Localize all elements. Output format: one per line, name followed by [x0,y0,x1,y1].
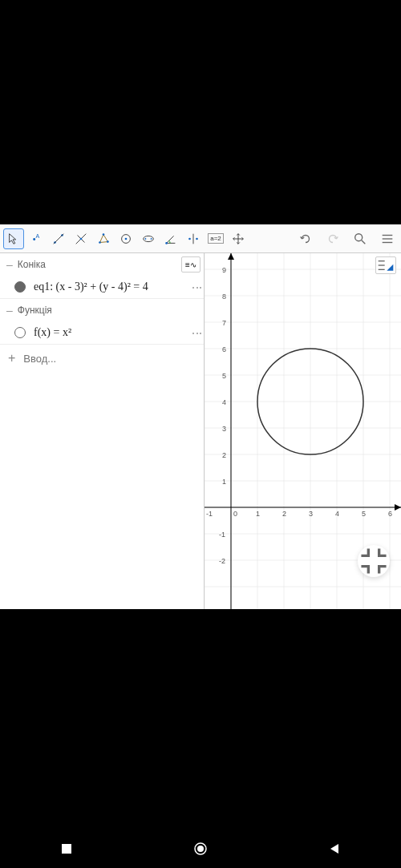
collapse-icon: – [6,258,13,271]
svg-point-9 [107,240,109,243]
algebra-row-eq1[interactable]: eq1: (x - 3)² + (y - 4)² = 4 ⋮ [0,276,204,299]
svg-point-11 [125,237,128,240]
svg-text:9: 9 [222,266,226,274]
svg-text:-2: -2 [219,557,225,565]
svg-text:3: 3 [309,510,313,518]
nav-home[interactable] [191,839,210,858]
svg-text:1: 1 [256,510,260,518]
svg-text:2: 2 [222,451,226,459]
algebra-row-fx[interactable]: f(x) = x² ⋮ [0,321,204,345]
svg-text:-1: -1 [206,510,213,518]
tool-cursor[interactable] [3,228,24,249]
exit-fullscreen-button[interactable] [358,545,390,577]
svg-point-7 [99,241,101,244]
svg-point-5 [80,237,83,240]
nav-back[interactable] [325,839,344,858]
row-menu-eq1[interactable]: ⋮ [196,282,199,293]
algebra-input[interactable] [23,353,196,365]
svg-text:3: 3 [222,425,226,433]
menu-button[interactable] [377,228,398,249]
tool-slider[interactable]: a=2 [205,228,226,249]
toolbar: •A a=2 [0,224,401,253]
svg-point-13 [145,238,147,240]
tool-polygon[interactable] [93,228,114,249]
section-conic-label: Коніка [18,259,46,270]
svg-marker-6 [100,234,108,242]
collapse-icon: – [6,304,13,317]
svg-point-8 [103,233,105,236]
undo-button[interactable] [295,228,316,249]
eq1-expression: eq1: (x - 3)² + (y - 4)² = 4 [34,281,148,293]
svg-text:5: 5 [362,510,366,518]
tool-perpendicular[interactable] [71,228,91,249]
tool-line[interactable] [48,228,69,249]
input-row: + [0,345,204,372]
tool-move-view[interactable] [228,228,249,249]
svg-text:4: 4 [335,510,339,518]
axis-labels: -10123456 987654321-1-2 [206,266,392,565]
visibility-toggle-eq1[interactable] [14,281,26,293]
visibility-toggle-fx[interactable] [14,327,26,338]
section-function[interactable]: – Функція [0,299,204,321]
svg-point-17 [188,237,191,240]
tool-circle-center[interactable] [115,228,136,249]
svg-point-74 [197,846,204,852]
svg-text:1: 1 [222,478,226,486]
svg-text:4: 4 [222,398,226,406]
graphics-style-button[interactable] [375,256,396,274]
svg-text:8: 8 [222,293,226,301]
tool-ellipse[interactable] [138,228,159,249]
svg-text:2: 2 [282,510,286,518]
svg-text:6: 6 [388,510,392,518]
svg-marker-52 [395,504,401,511]
svg-point-18 [196,237,198,240]
app-window: •A a=2 ≡∿ – Коніка eq1: (x - 3)² + (y - … [0,224,401,609]
svg-text:6: 6 [222,345,226,353]
tool-point[interactable]: •A [26,228,47,249]
svg-rect-72 [62,844,71,854]
svg-line-2 [54,233,64,244]
section-conic[interactable]: – Коніка [0,253,204,276]
algebra-sort-button[interactable]: ≡∿ [181,256,200,273]
svg-point-14 [151,238,152,240]
svg-line-20 [362,240,366,244]
graphics-view[interactable]: -10123456 987654321-1-2 [205,253,401,609]
svg-marker-51 [228,253,234,260]
svg-text:5: 5 [222,372,226,380]
search-button[interactable] [350,228,371,249]
redo-button[interactable] [322,228,343,249]
svg-point-19 [355,233,363,240]
tool-angle[interactable] [160,228,181,249]
svg-text:0: 0 [233,510,237,518]
row-menu-fx[interactable]: ⋮ [196,328,199,338]
algebra-view: ≡∿ – Коніка eq1: (x - 3)² + (y - 4)² = 4… [0,253,205,609]
section-function-label: Функція [18,305,52,316]
svg-marker-75 [330,844,338,854]
toolbar-right [295,228,398,249]
plus-icon: + [8,351,15,365]
nav-recent[interactable] [57,839,76,858]
svg-text:-1: -1 [219,531,225,539]
content-area: ≡∿ – Коніка eq1: (x - 3)² + (y - 4)² = 4… [0,253,401,609]
android-nav-bar [0,830,401,868]
svg-marker-27 [387,264,393,271]
tool-reflect[interactable] [183,228,204,249]
svg-text:7: 7 [222,319,226,327]
svg-point-15 [165,242,168,244]
fx-expression: f(x) = x² [34,326,71,339]
